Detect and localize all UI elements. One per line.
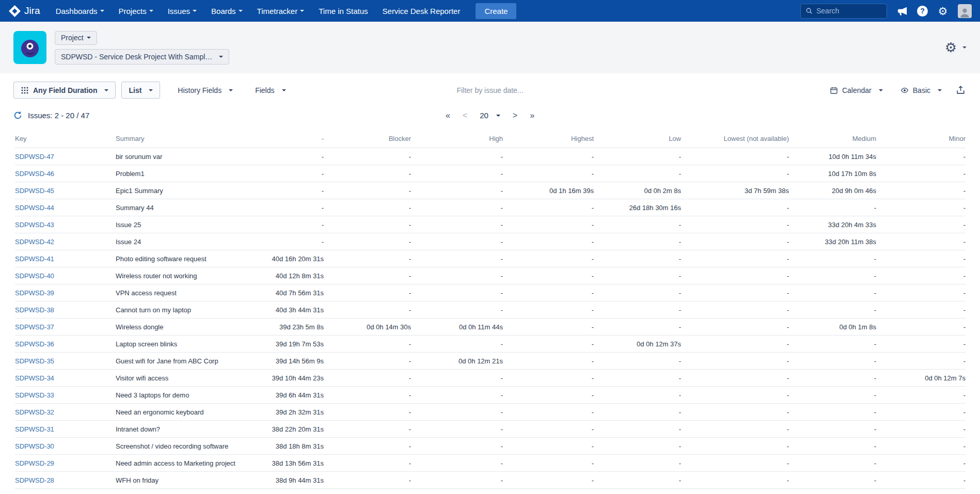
gear-icon[interactable]: ⚙ xyxy=(937,5,949,17)
duration-cell: - xyxy=(324,301,411,318)
pagination-next[interactable]: > xyxy=(513,111,517,120)
project-select[interactable]: SDPWSD - Service Desk Project With Sampl… xyxy=(55,49,229,65)
column-header-5[interactable]: High xyxy=(411,130,503,148)
user-avatar[interactable] xyxy=(958,4,972,18)
column-header-3[interactable]: - xyxy=(265,130,324,148)
issue-key-link[interactable]: SDPWSD-31 xyxy=(15,425,54,433)
duration-cell: - xyxy=(594,233,681,250)
issue-key-link[interactable]: SDPWSD-45 xyxy=(15,187,54,195)
issue-key-cell: SDPWSD-34 xyxy=(15,370,116,387)
announcements-icon[interactable] xyxy=(896,5,908,17)
nav-item-time-in-status[interactable]: Time in Status xyxy=(319,7,368,15)
calendar-dropdown[interactable]: Calendar xyxy=(825,82,888,99)
column-header-2[interactable]: Summary xyxy=(116,130,265,148)
duration-cell: - xyxy=(324,387,411,404)
issue-key-link[interactable]: SDPWSD-43 xyxy=(15,221,54,229)
duration-cell: - xyxy=(503,284,594,301)
nav-item-service-desk-reporter[interactable]: Service Desk Reporter xyxy=(383,7,461,15)
duration-cell: - xyxy=(681,301,789,318)
nav-item-projects[interactable]: Projects xyxy=(119,7,153,15)
issue-key-link[interactable]: SDPWSD-36 xyxy=(15,340,54,348)
duration-cell: - xyxy=(594,472,681,489)
duration-cell: - xyxy=(265,182,324,199)
duration-cell: 39d 10h 44m 23s xyxy=(265,370,324,387)
filter-date-input[interactable] xyxy=(431,86,549,94)
duration-cell: 0d 0h 11m 44s xyxy=(411,318,503,336)
export-button[interactable] xyxy=(955,84,967,96)
column-header-1[interactable]: Key xyxy=(15,130,116,148)
history-fields-dropdown[interactable]: History Fields xyxy=(173,82,238,99)
column-header-6[interactable]: Highest xyxy=(503,130,594,148)
duration-cell: - xyxy=(411,421,503,438)
issue-key-link[interactable]: SDPWSD-32 xyxy=(15,408,54,416)
duration-cell: - xyxy=(324,267,411,284)
search-input[interactable] xyxy=(816,7,882,15)
help-icon[interactable]: ? xyxy=(917,6,928,17)
pagination-last[interactable]: » xyxy=(530,111,534,120)
duration-cell: 0d 0h 12m 37s xyxy=(594,336,681,353)
issue-key-link[interactable]: SDPWSD-46 xyxy=(15,170,54,178)
duration-cell: - xyxy=(265,233,324,250)
page-size-select[interactable]: 20 xyxy=(480,111,500,120)
column-header-10[interactable]: Minor xyxy=(876,130,966,148)
chevron-down-icon xyxy=(879,89,883,91)
duration-cell: - xyxy=(503,472,594,489)
nav-item-issues[interactable]: Issues xyxy=(168,7,197,15)
issue-key-link[interactable]: SDPWSD-37 xyxy=(15,323,54,331)
issue-key-link[interactable]: SDPWSD-42 xyxy=(15,238,54,246)
page-size-value: 20 xyxy=(480,111,488,120)
pagination-prev[interactable]: < xyxy=(463,111,467,120)
duration-cell: 10d 0h 11m 34s xyxy=(789,148,876,165)
jira-logo[interactable]: Jira xyxy=(8,5,40,18)
nav-item-boards[interactable]: Boards xyxy=(211,7,243,15)
fields-dropdown[interactable]: Fields xyxy=(250,82,290,99)
view-mode-dropdown[interactable]: Basic xyxy=(896,82,946,99)
refresh-icon[interactable] xyxy=(13,111,22,120)
issue-key-link[interactable]: SDPWSD-34 xyxy=(15,374,54,382)
issue-key-link[interactable]: SDPWSD-44 xyxy=(15,204,54,212)
duration-cell: - xyxy=(681,404,789,421)
duration-cell: - xyxy=(324,199,411,216)
issue-key-link[interactable]: SDPWSD-30 xyxy=(15,442,54,450)
issue-key-link[interactable]: SDPWSD-29 xyxy=(15,459,54,467)
duration-cell: 0d 0h 1m 8s xyxy=(789,318,876,336)
project-settings-button[interactable]: ⚙ xyxy=(945,41,967,54)
create-button[interactable]: Create xyxy=(476,3,516,19)
issue-key-link[interactable]: SDPWSD-47 xyxy=(15,153,54,161)
view-dropdown[interactable]: List xyxy=(121,82,160,99)
issue-key-link[interactable]: SDPWSD-41 xyxy=(15,255,54,263)
search-icon xyxy=(805,7,813,14)
duration-cell: - xyxy=(411,472,503,489)
column-header-8[interactable]: Lowest (not available) xyxy=(681,130,789,148)
duration-cell: - xyxy=(503,455,594,472)
issue-key-link[interactable]: SDPWSD-40 xyxy=(15,272,54,280)
issue-key-link[interactable]: SDPWSD-33 xyxy=(15,391,54,399)
toolbar: Any Field Duration List History Fields F… xyxy=(0,73,980,107)
project-select-value: SDPWSD - Service Desk Project With Sampl… xyxy=(61,53,216,61)
issue-key-link[interactable]: SDPWSD-39 xyxy=(15,289,54,297)
issue-key-link[interactable]: SDPWSD-35 xyxy=(15,357,54,365)
toolbar-center xyxy=(431,86,549,95)
duration-cell: - xyxy=(411,148,503,165)
duration-cell: - xyxy=(594,455,681,472)
duration-cell: - xyxy=(789,250,876,267)
column-header-7[interactable]: Low xyxy=(594,130,681,148)
scope-dropdown[interactable]: Project xyxy=(55,31,97,45)
duration-cell: - xyxy=(876,472,966,489)
issue-key-link[interactable]: SDPWSD-38 xyxy=(15,306,54,314)
duration-cell: - xyxy=(324,250,411,267)
duration-cell: - xyxy=(324,421,411,438)
nav-item-dashboards[interactable]: Dashboards xyxy=(56,7,104,15)
field-duration-dropdown[interactable]: Any Field Duration xyxy=(13,82,116,99)
column-header-4[interactable]: Blocker xyxy=(324,130,411,148)
duration-cell: - xyxy=(789,267,876,284)
duration-cell: - xyxy=(324,370,411,387)
column-header-9[interactable]: Medium xyxy=(789,130,876,148)
duration-cell: - xyxy=(876,199,966,216)
issue-summary: Screenshot / video recording software xyxy=(116,438,265,455)
issue-key-link[interactable]: SDPWSD-28 xyxy=(15,476,54,484)
pagination-first[interactable]: « xyxy=(446,111,450,120)
issue-key-cell: SDPWSD-29 xyxy=(15,455,116,472)
chevron-down-icon xyxy=(100,10,104,12)
nav-item-timetracker[interactable]: Timetracker xyxy=(257,7,305,15)
